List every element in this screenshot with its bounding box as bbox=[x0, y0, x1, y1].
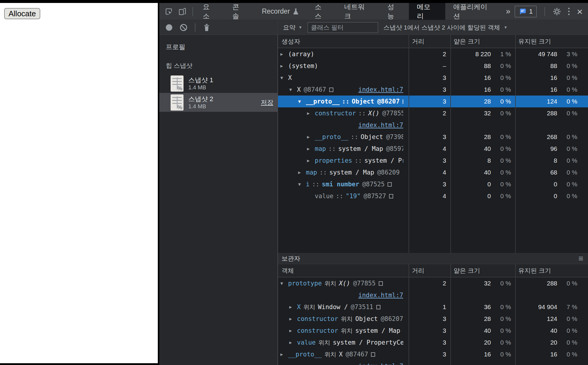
tab-label: 애플리케이션 bbox=[453, 2, 494, 21]
save-snapshot-link[interactable]: 저장 bbox=[261, 98, 273, 106]
hamburger-menu-icon[interactable]: ≡ bbox=[579, 254, 583, 263]
separator: :: bbox=[319, 169, 327, 176]
name-cell: index.html:7 bbox=[278, 363, 409, 365]
heap-grid-row[interactable]: ▶(array)28 2201 %49 7483 % bbox=[278, 48, 588, 60]
object-id: @73511 bbox=[351, 303, 373, 311]
column-divider[interactable] bbox=[515, 264, 516, 365]
retainer-row[interactable]: ▶value위치system / PropertyCe3200 %200 % bbox=[278, 337, 588, 348]
name-cell: ▶__proto__::Object@7398 bbox=[278, 133, 409, 140]
column-header-shallow-size[interactable]: 얕은 크기 bbox=[450, 37, 515, 46]
record-icon[interactable] bbox=[166, 24, 172, 31]
heap-grid-row[interactable]: ▶__proto__::Object@73983280 %2680 % bbox=[278, 131, 588, 143]
retainer-row[interactable]: ▶X위치Window /@735111360 %94 9047 % bbox=[278, 301, 588, 313]
tab-네트워크[interactable]: 네트워크 bbox=[336, 3, 379, 20]
close-devtools-icon[interactable]: × bbox=[577, 7, 583, 17]
expand-arrow-icon[interactable]: ▶ bbox=[307, 158, 315, 163]
heap-grid-row[interactable]: ▶map::system / Map@85974400 %960 % bbox=[278, 143, 588, 155]
heap-grid-row[interactable]: ▼i::smi number@87525300 %00 % bbox=[278, 178, 588, 190]
snapshot-item[interactable]: %스냅샷 11.4 MB bbox=[159, 74, 277, 93]
size-value: 16 bbox=[515, 74, 557, 81]
column-header-object[interactable]: 객체 bbox=[278, 267, 408, 275]
expand-arrow-icon[interactable]: ▶ bbox=[289, 340, 297, 345]
heap-grid-row-source-line: index.html:7 bbox=[278, 119, 588, 131]
menu-dots-icon[interactable] bbox=[567, 8, 571, 15]
snapshot-item[interactable]: %스냅샷 21.4 MB저장 bbox=[159, 93, 277, 112]
clear-icon[interactable] bbox=[180, 24, 187, 31]
retainer-row[interactable]: ▶__proto__위치X@874673160 %160 % bbox=[278, 348, 588, 360]
expand-arrow-icon[interactable]: ▶ bbox=[307, 111, 315, 116]
expand-arrow-icon[interactable]: ▶ bbox=[280, 63, 288, 69]
column-divider[interactable] bbox=[409, 35, 409, 253]
heap-grid-row[interactable]: ▶constructor::X()@778552320 %2880 % bbox=[278, 107, 588, 119]
tab-성능[interactable]: 성능 bbox=[379, 3, 409, 20]
heap-grid-row[interactable]: ▼__proto__::Object@862073280 %1240 % bbox=[278, 96, 588, 107]
chevron-down-icon: ▼ bbox=[298, 25, 302, 30]
column-header-distance[interactable]: 거리 bbox=[408, 37, 450, 46]
distance-cell: 3 bbox=[409, 315, 450, 322]
retainer-row[interactable]: ▶constructor위치system / Map@3400 %400 % bbox=[278, 325, 588, 337]
name-cell: ▶map::system / Map@8597 bbox=[278, 145, 409, 152]
tab-label: 요소 bbox=[203, 2, 216, 21]
expand-arrow-icon[interactable]: ▶ bbox=[289, 328, 297, 333]
expand-arrow-icon[interactable]: ▶ bbox=[289, 304, 297, 310]
source-link[interactable]: index.html:7 bbox=[358, 292, 403, 299]
heap-grid-row[interactable]: ▶(system)–880 %880 % bbox=[278, 60, 588, 72]
source-link[interactable]: index.html:7 bbox=[358, 86, 403, 93]
column-header-constructor[interactable]: 생성자 bbox=[278, 37, 408, 46]
column-divider[interactable] bbox=[450, 35, 451, 253]
expand-arrow-icon[interactable]: ▼ bbox=[280, 75, 288, 80]
source-link[interactable]: index.html:7 bbox=[358, 363, 403, 365]
expand-arrow-icon[interactable]: ▶ bbox=[280, 51, 288, 57]
retainer-row[interactable]: ▶constructor위치Object@862073280 %1240 % bbox=[278, 313, 588, 325]
tabbar-right: 1 × bbox=[515, 6, 588, 17]
heap-grid-row[interactable]: ▶map::system / Map@862094400 %680 % bbox=[278, 167, 588, 178]
expand-arrow-icon[interactable]: ▼ bbox=[298, 182, 306, 187]
expand-arrow-icon[interactable]: ▼ bbox=[289, 87, 297, 92]
expand-arrow-icon[interactable]: ▶ bbox=[298, 170, 306, 175]
expand-arrow-icon[interactable]: ▼ bbox=[298, 99, 306, 104]
name-cell: ▼X bbox=[278, 74, 409, 81]
issues-button[interactable]: 1 bbox=[515, 6, 537, 17]
expand-arrow-icon[interactable]: ▶ bbox=[289, 316, 297, 322]
expand-arrow-icon[interactable]: ▼ bbox=[280, 281, 288, 286]
shallow-size-cell: 280 % bbox=[450, 98, 515, 105]
heap-grid-row[interactable]: ▼X@87467index.html:73160 %160 % bbox=[278, 84, 588, 96]
tab-콘솔[interactable]: 콘솔 bbox=[224, 3, 254, 20]
tab-애플리케이션[interactable]: 애플리케이션 bbox=[445, 3, 502, 20]
column-divider[interactable] bbox=[450, 264, 451, 365]
column-header-distance[interactable]: 거리 bbox=[408, 267, 450, 275]
allocate-button[interactable]: Allocate bbox=[4, 8, 40, 19]
delete-profile-icon[interactable] bbox=[203, 24, 210, 31]
device-toolbar-icon[interactable] bbox=[178, 7, 187, 16]
column-header-retained-size[interactable]: 유지된 크기 bbox=[515, 37, 588, 46]
class-filter-input[interactable] bbox=[308, 22, 378, 33]
heap-grid-row[interactable]: value::"19"@87527400 %00 % bbox=[278, 190, 588, 202]
perspective-select[interactable]: 요약 ▼ bbox=[283, 23, 302, 32]
tab-요소[interactable]: 요소 bbox=[195, 3, 224, 20]
tab-소스[interactable]: 소스 bbox=[307, 3, 336, 20]
heap-grid-row[interactable]: ▼X3160 %160 % bbox=[278, 72, 588, 84]
node-label: (system) bbox=[288, 62, 318, 70]
retainer-row[interactable]: ▼prototype위치X()@778552320 %2880 % bbox=[278, 277, 588, 289]
snapshot-scope-select[interactable]: 스냅샷 1에서 스냅샷 2 사이에 할당된 객체 ▼ bbox=[383, 23, 507, 32]
property-name: constructor bbox=[297, 327, 338, 334]
source-link[interactable]: index.html:7 bbox=[358, 122, 403, 129]
expand-arrow-icon[interactable]: ▶ bbox=[280, 352, 288, 357]
expand-arrow-icon[interactable]: ▶ bbox=[307, 134, 315, 140]
name-cell: ▼prototype위치X()@77855 bbox=[278, 280, 409, 288]
settings-gear-icon[interactable] bbox=[553, 7, 561, 16]
location-label: 위치 bbox=[318, 339, 330, 346]
column-header-shallow-size[interactable]: 얕은 크기 bbox=[450, 267, 515, 275]
heap-grid-row[interactable]: ▶properties::system / Pr380 %80 % bbox=[278, 155, 588, 167]
expand-arrow-icon[interactable]: ▶ bbox=[307, 146, 315, 151]
column-header-retained-size[interactable]: 유지된 크기 bbox=[515, 267, 588, 275]
property-name: map bbox=[315, 145, 326, 152]
column-divider[interactable] bbox=[515, 35, 516, 253]
tab-메모리[interactable]: 메모리 bbox=[409, 3, 445, 20]
tab-Recorder[interactable]: Recorder bbox=[254, 3, 307, 20]
tab-label: 소스 bbox=[315, 2, 328, 21]
inspect-element-icon[interactable] bbox=[165, 7, 173, 16]
more-tabs-button[interactable]: » bbox=[502, 7, 515, 16]
column-divider[interactable] bbox=[409, 264, 409, 365]
size-percent: 0 % bbox=[557, 145, 577, 152]
